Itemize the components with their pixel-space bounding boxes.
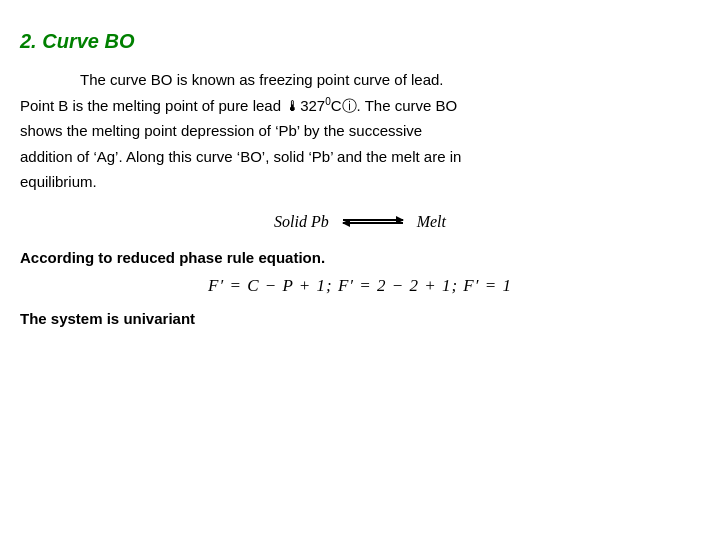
solid-melt-equation: Solid Pb Melt bbox=[274, 213, 446, 231]
line-4: addition of ‘Ag’. Along this curve ‘BO’,… bbox=[20, 144, 700, 170]
line-3: shows the melting point depression of ‘P… bbox=[20, 118, 700, 144]
line2-temp: 327 bbox=[300, 97, 325, 114]
line-2: Point B is the melting point of pure lea… bbox=[20, 93, 700, 119]
double-arrows bbox=[343, 219, 403, 224]
line2-start: Point B is the melting point of pure lea… bbox=[20, 97, 285, 114]
circle-icon: ⓘ bbox=[342, 97, 357, 114]
solid-label: Solid Pb bbox=[274, 213, 329, 231]
formula-block: F′ = C − P + 1; F′ = 2 − 2 + 1; F′ = 1 bbox=[20, 276, 700, 296]
right-arrow bbox=[343, 219, 403, 221]
line2-c: C bbox=[331, 97, 342, 114]
line2-suffix: . The curve BO bbox=[357, 97, 458, 114]
equation-block: Solid Pb Melt bbox=[20, 213, 700, 231]
heading: 2. Curve BO bbox=[20, 30, 700, 53]
melt-label: Melt bbox=[417, 213, 446, 231]
univariant-text: The system is univariant bbox=[20, 310, 700, 327]
thermometer-icon: 🌡 bbox=[285, 97, 300, 114]
line-5: equilibrium. bbox=[20, 169, 700, 195]
content-block: The curve BO is known as freezing point … bbox=[20, 67, 700, 195]
left-arrow bbox=[343, 222, 403, 224]
formula: F′ = C − P + 1; F′ = 2 − 2 + 1; F′ = 1 bbox=[208, 276, 512, 296]
according-text: According to reduced phase rule equation… bbox=[20, 249, 700, 266]
line-1: The curve BO is known as freezing point … bbox=[20, 67, 700, 93]
